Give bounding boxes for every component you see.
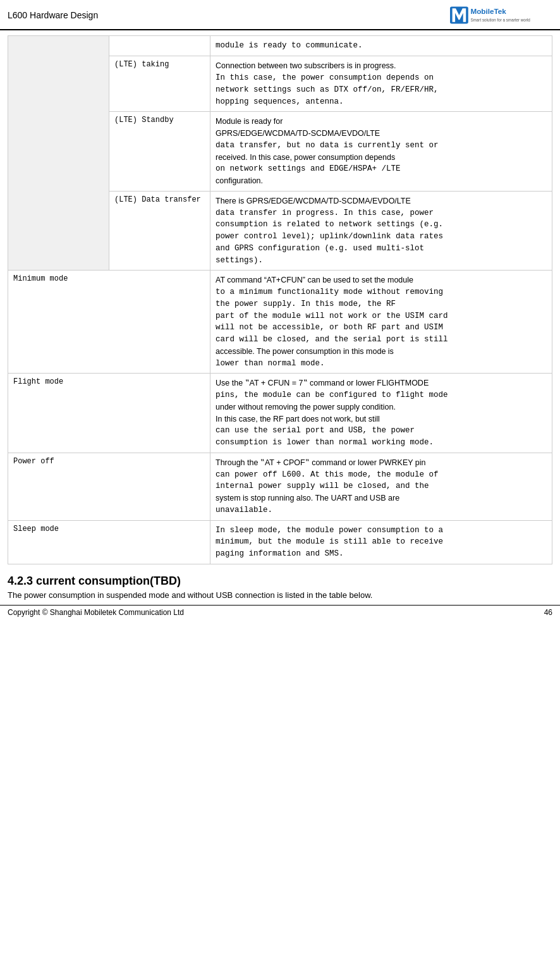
page-footer: Copyright © Shanghai Mobiletek Communica…: [0, 605, 560, 619]
content-table-wrapper: module is ready to communicate.(LTE) tak…: [0, 35, 560, 564]
table-row: Sleep modeIn sleep mode, the module powe…: [8, 520, 552, 564]
page-header: L600 Hardware Design MobileTek Smart sol…: [0, 0, 560, 30]
table-row: module is ready to communicate.: [8, 36, 552, 56]
copyright-text: Copyright © Shanghai Mobiletek Communica…: [8, 608, 184, 617]
mobiletek-logo-icon: MobileTek Smart solution for a smarter w…: [450, 4, 552, 27]
table-row: Flight modeUse the ‟AT + CFUN = 7‟ comma…: [8, 374, 552, 453]
section-description: The power consumption in suspended mode …: [8, 590, 552, 600]
table-row: Power offThrough the ‟AT + CPOF‟ command…: [8, 453, 552, 520]
logo: MobileTek Smart solution for a smarter w…: [450, 4, 552, 27]
hardware-table: module is ready to communicate.(LTE) tak…: [8, 35, 552, 564]
svg-text:MobileTek: MobileTek: [470, 7, 506, 15]
table-row: Minimum modeAT command “AT+CFUN” can be …: [8, 271, 552, 374]
page-title: L600 Hardware Design: [8, 10, 98, 20]
page-number: 46: [544, 608, 552, 617]
section-heading-block: 4.2.3 current consumption(TBD) The power…: [0, 564, 560, 602]
section-title: 4.2.3 current consumption(TBD): [8, 575, 552, 588]
svg-text:Smart solution for a smarter w: Smart solution for a smarter world: [470, 18, 530, 22]
